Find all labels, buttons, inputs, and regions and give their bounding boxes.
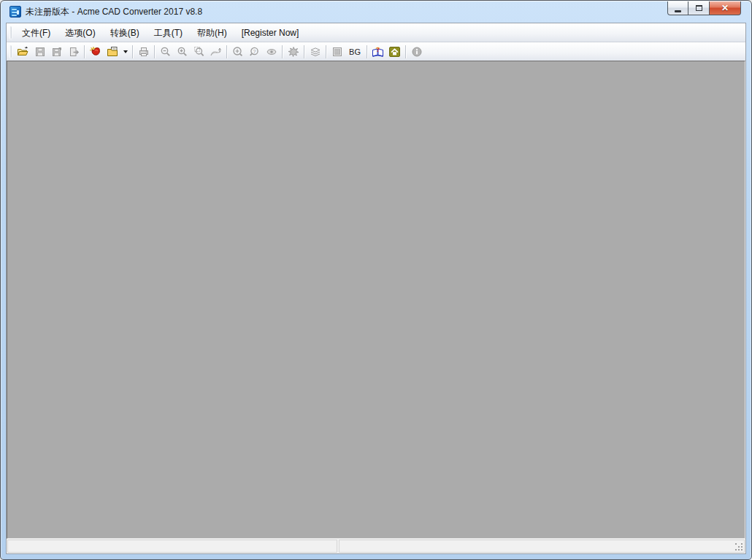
zoom-out-icon: [160, 46, 172, 58]
layers-button: [307, 44, 323, 59]
minimize-button[interactable]: [667, 1, 688, 15]
pan-button: [208, 44, 223, 59]
toolbar-gripper[interactable]: [9, 45, 12, 58]
status-pane-right: [339, 540, 745, 553]
menu-convert[interactable]: 转换(B): [103, 24, 147, 42]
eye-icon: [266, 46, 277, 58]
menu-options[interactable]: 选项(O): [58, 24, 102, 42]
client-area: 文件(F) 选项(O) 转换(B) 工具(T) 帮助(H) [Register …: [6, 23, 746, 554]
layers-icon: [310, 46, 321, 58]
minimize-icon: [675, 10, 681, 12]
app-window: 未注册版本 - Acme CAD Converter 2017 v8.8 ✕ 文…: [0, 0, 752, 560]
convert-button[interactable]: [88, 44, 103, 59]
drawing-canvas: [7, 61, 745, 539]
maximize-icon: [696, 5, 702, 11]
pan-icon: [210, 46, 222, 58]
batch-convert-button[interactable]: [104, 44, 120, 59]
toolbar-separator: [304, 45, 304, 58]
titlebar[interactable]: 未注册版本 - Acme CAD Converter 2017 v8.8 ✕: [6, 1, 746, 23]
zoom-extents-button: [230, 44, 245, 59]
menu-bar: 文件(F) 选项(O) 转换(B) 工具(T) 帮助(H) [Register …: [7, 23, 745, 42]
tool-bar: ?: [7, 42, 745, 61]
open-folder-icon: [17, 46, 29, 58]
menu-tools[interactable]: 工具(T): [147, 24, 190, 42]
toolbar-separator: [84, 45, 85, 58]
toolbar-separator: [367, 45, 367, 58]
svg-text:?: ?: [376, 46, 379, 53]
brush-icon: [288, 46, 299, 58]
maximize-button[interactable]: [688, 1, 710, 15]
save-as-button: [49, 44, 64, 59]
menu-file[interactable]: 文件(F): [15, 24, 58, 42]
view-eye-button: [264, 44, 279, 59]
menubar-gripper[interactable]: [9, 26, 12, 39]
toolbar-separator: [154, 45, 155, 58]
window-controls: ✕: [667, 1, 741, 15]
home-icon: [388, 46, 401, 58]
save-as-icon: [51, 46, 63, 58]
background-image-button: [329, 44, 345, 59]
menu-help[interactable]: 帮助(H): [190, 24, 234, 42]
zoom-window-button: [191, 44, 207, 59]
open-button[interactable]: [15, 44, 31, 59]
zoom-select-button: ?: [247, 44, 262, 59]
save-icon: [34, 46, 46, 58]
toolbar-separator: [405, 45, 406, 58]
toolbar-separator: [226, 45, 227, 58]
menu-register-now[interactable]: [Register Now]: [234, 24, 307, 42]
app-icon[interactable]: [9, 6, 21, 18]
export-icon: [68, 46, 80, 58]
svg-text:?: ?: [253, 48, 256, 53]
zoom-window-icon: [193, 46, 205, 58]
zoom-extents-icon: [232, 46, 244, 58]
toolbar-separator: [132, 45, 133, 58]
home-button[interactable]: [387, 44, 402, 59]
info-icon: [411, 46, 423, 58]
help-button[interactable]: ?: [370, 44, 385, 59]
toolbar-separator: [282, 45, 283, 58]
zoom-in-icon: [177, 46, 188, 58]
status-pane-left: [7, 540, 337, 553]
save-button: [32, 44, 47, 59]
close-icon: ✕: [721, 4, 729, 12]
export-button: [66, 44, 81, 59]
grid-icon: [331, 46, 343, 58]
background-color-button[interactable]: BG: [346, 44, 364, 59]
convert-icon: [89, 46, 101, 58]
window-title: 未注册版本 - Acme CAD Converter 2017 v8.8: [26, 6, 202, 18]
zoom-in-button: [174, 44, 190, 59]
resize-grip[interactable]: [734, 542, 743, 551]
toolbar-separator: [326, 45, 326, 58]
draw-brush-button: [285, 44, 301, 59]
zoom-select-icon: ?: [249, 46, 261, 58]
batch-folder-icon: [107, 46, 118, 58]
about-button[interactable]: [409, 44, 424, 59]
zoom-out-button: [158, 44, 173, 59]
chevron-down-icon: [123, 50, 128, 53]
print-button: [136, 44, 151, 59]
close-button[interactable]: ✕: [710, 1, 741, 15]
printer-icon: [138, 46, 150, 58]
status-bar: [7, 539, 745, 553]
bg-text: BG: [349, 47, 361, 56]
help-book-icon: ?: [372, 46, 384, 58]
batch-convert-dropdown[interactable]: [120, 44, 130, 59]
